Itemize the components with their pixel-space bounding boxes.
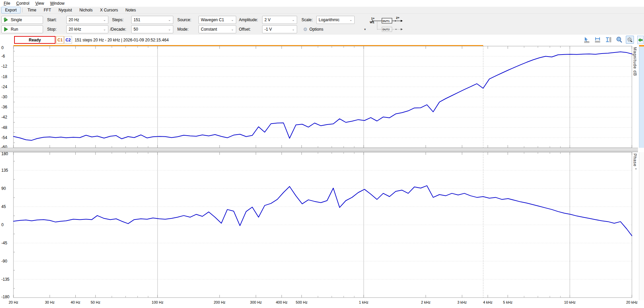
run-button[interactable]: Run <box>1 25 43 33</box>
menu-file[interactable]: File <box>1 0 13 6</box>
dut-diagram: 1+ W1 DUT1 2+ DUT2 <box>368 15 404 34</box>
magnitude-scale-strip[interactable] <box>639 45 644 148</box>
horizontal-measure-icon[interactable] <box>594 36 602 44</box>
network-analyzer-window: File Control View Window Export Time FFT… <box>0 0 644 308</box>
amplitude-value: 2 V <box>264 18 271 22</box>
scale-value: Logarithmic <box>319 18 339 22</box>
chevron-down-icon: ⌄ <box>168 19 171 22</box>
plot-settings-icon[interactable] <box>626 36 634 44</box>
magnifier-icon[interactable] <box>615 36 623 44</box>
chart-splitter[interactable] <box>0 148 638 152</box>
scale-combobox[interactable]: Logarithmic ⌄ <box>316 16 355 24</box>
options-button[interactable]: ⚙ Options ▾ <box>303 25 366 33</box>
x-axis-label: 5 kHz <box>503 300 512 304</box>
channel-2-toggle[interactable]: C2 <box>64 36 72 44</box>
chevron-down-icon: ⌄ <box>168 28 171 31</box>
menu-window[interactable]: Window <box>47 0 68 6</box>
svg-text:-48: -48 <box>1 125 7 130</box>
menu-view[interactable]: View <box>32 0 47 6</box>
decade-combobox[interactable]: 50 ⌄ <box>131 25 173 33</box>
x-axis-label: 20 Hz <box>9 300 19 304</box>
svg-text:1+: 1+ <box>371 17 374 20</box>
svg-text:0: 0 <box>1 45 4 50</box>
svg-text:-180: -180 <box>1 295 9 299</box>
offset-label: Offset: <box>239 25 251 33</box>
play-run-icon <box>4 27 8 32</box>
x-axis-label: 30 Hz <box>45 300 55 304</box>
phase-scale-strip[interactable] <box>639 152 644 300</box>
offset-value: -1 V <box>264 27 272 32</box>
stop-combobox[interactable]: 20 kHz ⌄ <box>66 25 108 33</box>
chart-area: 0-6-12-18-24-30-36-42-48-54-601801359045… <box>0 45 644 308</box>
steps-label: Steps: <box>112 16 123 24</box>
sweep-info-text: 151 steps 20 Hz - 20 kHz | 2026-01-09 20… <box>75 36 169 44</box>
tab-nyquist[interactable]: Nyquist <box>55 7 75 13</box>
toolbar: 1 Single Start: 20 Hz ⌄ Steps: 151 ⌄ Sou… <box>0 14 644 35</box>
phase-axis-title: Phase ° <box>633 153 637 170</box>
tab-nichols[interactable]: Nichols <box>76 7 96 13</box>
mode-label: Mode: <box>177 25 188 33</box>
amplitude-combobox[interactable]: 2 V ⌄ <box>262 16 297 24</box>
options-label: Options <box>310 27 323 32</box>
x-axis-label: 2 kHz <box>421 300 430 304</box>
bode-plot[interactable]: 0-6-12-18-24-30-36-42-48-54-601801359045… <box>0 45 644 308</box>
menu-control[interactable]: Control <box>13 0 32 6</box>
svg-text:45: 45 <box>1 204 6 209</box>
chevron-down-icon: ⌄ <box>292 19 295 22</box>
svg-text:-18: -18 <box>1 74 7 79</box>
magnitude-axis-title: Magnitude dB <box>633 47 637 76</box>
x-axis-label: 100 Hz <box>152 300 164 304</box>
steps-combobox[interactable]: 151 ⌄ <box>131 16 173 24</box>
start-value: 20 Hz <box>69 18 79 22</box>
single-button-label: Single <box>11 18 22 22</box>
svg-text:90: 90 <box>1 186 6 191</box>
tab-bar: Export Time FFT Nyquist Nichols X Cursor… <box>0 7 644 14</box>
tab-fft[interactable]: FFT <box>40 7 55 13</box>
pointer-ruler-icon[interactable] <box>583 36 591 44</box>
tab-time[interactable]: Time <box>24 7 40 13</box>
x-axis-label: 10 kHz <box>564 300 575 304</box>
svg-text:-54: -54 <box>1 135 7 140</box>
start-label: Start: <box>47 16 57 24</box>
mode-combobox[interactable]: Constant ⌄ <box>199 25 236 33</box>
chevron-down-icon: ⌄ <box>231 19 234 22</box>
x-axis-label: 200 Hz <box>214 300 225 304</box>
tab-x-cursors[interactable]: X Cursors <box>97 7 121 13</box>
x-axis-label: 4 kHz <box>483 300 493 304</box>
collapse-panel-button[interactable] <box>637 36 644 44</box>
x-axis-label: 40 Hz <box>71 300 80 304</box>
tab-separator <box>22 8 23 12</box>
svg-text:DUT1: DUT1 <box>383 20 390 23</box>
green-left-arrow-icon <box>638 38 643 42</box>
tab-notes[interactable]: Notes <box>122 7 139 13</box>
offset-combobox[interactable]: -1 V ⌄ <box>262 25 297 33</box>
svg-text:-42: -42 <box>1 115 7 119</box>
status-bar: Ready C1 C2 151 steps 20 Hz - 20 kHz | 2… <box>0 35 644 45</box>
status-badge: Ready <box>14 36 56 44</box>
stop-label: Stop: <box>47 25 57 33</box>
svg-text:-30: -30 <box>1 95 7 99</box>
vertical-measure-icon[interactable] <box>604 36 612 44</box>
amplitude-label: Amplitude: <box>239 16 258 24</box>
run-button-label: Run <box>11 27 18 32</box>
source-label: Source: <box>177 16 191 24</box>
chevron-down-icon: ⌄ <box>103 19 106 22</box>
svg-text:DUT2: DUT2 <box>383 28 390 31</box>
svg-text:-24: -24 <box>1 84 7 89</box>
start-combobox[interactable]: 20 Hz ⌄ <box>66 16 108 24</box>
x-axis-label: 3 kHz <box>457 300 467 304</box>
chevron-down-icon: ⌄ <box>231 28 234 31</box>
x-axis-label: 1 kHz <box>359 300 368 304</box>
svg-text:2+: 2+ <box>396 16 399 20</box>
svg-text:0: 0 <box>1 223 4 227</box>
tab-export[interactable]: Export <box>1 7 21 13</box>
play-single-icon: 1 <box>4 18 8 22</box>
source-value: Wavegen C1 <box>201 18 224 22</box>
single-button[interactable]: 1 Single <box>1 16 43 24</box>
gear-icon: ⚙ <box>303 27 308 32</box>
svg-text:-6: -6 <box>1 54 5 59</box>
plot-tools <box>583 36 634 44</box>
steps-value: 151 <box>134 18 140 22</box>
source-combobox[interactable]: Wavegen C1 ⌄ <box>199 16 236 24</box>
channel-1-toggle[interactable]: C1 <box>56 36 64 44</box>
